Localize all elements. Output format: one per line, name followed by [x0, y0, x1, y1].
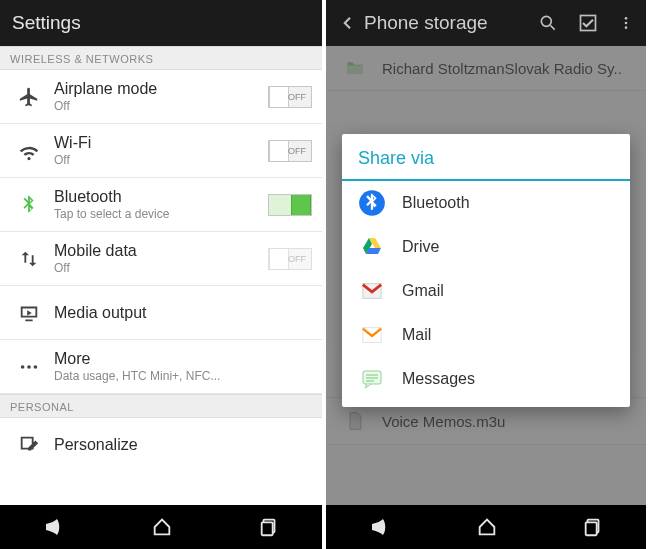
bluetooth-icon	[358, 189, 386, 217]
more-sub: Data usage, HTC Mini+, NFC...	[54, 369, 312, 383]
more-row[interactable]: More Data usage, HTC Mini+, NFC...	[0, 340, 322, 394]
share-option-label: Mail	[402, 326, 431, 344]
file-list: Richard StoltzmanSlovak Radio Sy.. Recen…	[326, 46, 646, 505]
more-icon	[12, 356, 46, 378]
svg-point-9	[625, 26, 628, 29]
back-icon[interactable]	[338, 14, 356, 32]
mobile-data-sub: Off	[54, 261, 268, 275]
share-dialog: Share via Bluetooth Drive Gmail	[342, 134, 630, 407]
airplane-toggle[interactable]: OFF	[268, 86, 312, 108]
bluetooth-sub: Tap to select a device	[54, 207, 268, 221]
bluetooth-toggle[interactable]: ON	[268, 194, 312, 216]
airplane-icon	[12, 86, 46, 108]
airplane-title: Airplane mode	[54, 80, 268, 98]
wifi-sub: Off	[54, 153, 268, 167]
share-option-label: Gmail	[402, 282, 444, 300]
nav-bar	[326, 505, 646, 549]
share-option-messages[interactable]: Messages	[342, 357, 630, 407]
wifi-icon	[12, 140, 46, 162]
mobile-data-toggle[interactable]: OFF	[268, 248, 312, 270]
airplane-sub: Off	[54, 99, 268, 113]
share-option-label: Drive	[402, 238, 439, 256]
page-title: Settings	[12, 12, 310, 34]
media-output-title: Media output	[54, 304, 312, 322]
share-option-drive[interactable]: Drive	[342, 225, 630, 269]
nav-home-icon[interactable]	[151, 516, 173, 538]
nav-back-icon[interactable]	[368, 515, 392, 539]
nav-recent-icon[interactable]	[582, 516, 604, 538]
mobile-data-row[interactable]: Mobile data Off OFF	[0, 232, 322, 286]
share-option-mail[interactable]: Mail	[342, 313, 630, 357]
personalize-row[interactable]: Personalize	[0, 418, 322, 472]
page-title: Phone storage	[364, 12, 538, 34]
wifi-title: Wi-Fi	[54, 134, 268, 152]
more-title: More	[54, 350, 312, 368]
nav-recent-icon[interactable]	[258, 516, 280, 538]
settings-screen: Settings WIRELESS & NETWORKS Airplane mo…	[0, 0, 326, 549]
svg-point-2	[34, 365, 38, 369]
personalize-icon	[12, 434, 46, 456]
share-option-label: Messages	[402, 370, 475, 388]
svg-point-5	[541, 16, 551, 26]
mail-icon	[358, 321, 386, 349]
section-wireless-networks: WIRELESS & NETWORKS	[0, 46, 322, 70]
airplane-mode-row[interactable]: Airplane mode Off OFF	[0, 70, 322, 124]
action-bar: Phone storage	[326, 0, 646, 46]
share-option-gmail[interactable]: Gmail	[342, 269, 630, 313]
bluetooth-icon	[12, 194, 46, 216]
svg-point-8	[625, 22, 628, 25]
nav-back-icon[interactable]	[42, 515, 66, 539]
gmail-icon	[358, 277, 386, 305]
nav-bar	[0, 505, 322, 549]
svg-rect-6	[581, 16, 596, 31]
svg-rect-15	[586, 522, 597, 535]
bluetooth-title: Bluetooth	[54, 188, 268, 206]
share-option-bluetooth[interactable]: Bluetooth	[342, 181, 630, 225]
wifi-toggle[interactable]: OFF	[268, 140, 312, 162]
nav-home-icon[interactable]	[476, 516, 498, 538]
share-option-label: Bluetooth	[402, 194, 470, 212]
mobile-data-icon	[12, 248, 46, 270]
personalize-title: Personalize	[54, 436, 312, 454]
select-icon[interactable]	[578, 13, 598, 33]
bluetooth-row[interactable]: Bluetooth Tap to select a device ON	[0, 178, 322, 232]
mobile-data-title: Mobile data	[54, 242, 268, 260]
svg-rect-4	[261, 522, 272, 535]
messages-icon	[358, 365, 386, 393]
svg-point-0	[21, 365, 25, 369]
overflow-icon[interactable]	[618, 13, 634, 33]
media-output-row[interactable]: Media output	[0, 286, 322, 340]
search-icon[interactable]	[538, 13, 558, 33]
share-dialog-title: Share via	[342, 134, 630, 181]
section-personal: PERSONAL	[0, 394, 322, 418]
drive-icon	[358, 233, 386, 261]
svg-point-1	[27, 365, 31, 369]
media-output-icon	[12, 302, 46, 324]
file-manager-screen: Phone storage Richard StoltzmanSlovak Ra…	[326, 0, 646, 549]
action-bar: Settings	[0, 0, 322, 46]
svg-point-7	[625, 17, 628, 20]
wifi-row[interactable]: Wi-Fi Off OFF	[0, 124, 322, 178]
